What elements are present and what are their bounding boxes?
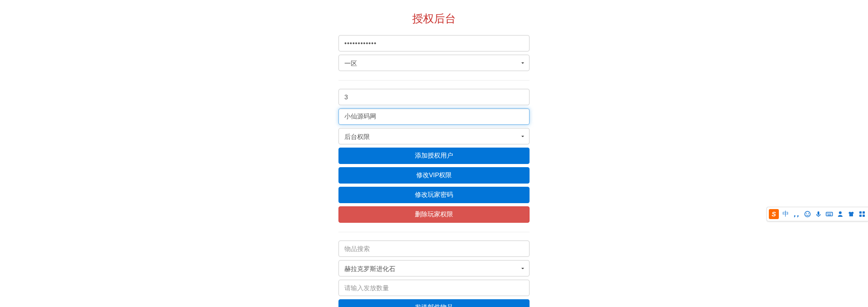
- svg-rect-6: [826, 212, 833, 216]
- password-input[interactable]: [338, 35, 530, 51]
- svg-rect-7: [827, 213, 828, 214]
- svg-rect-8: [828, 213, 829, 214]
- quantity-input[interactable]: [338, 280, 530, 296]
- mail-item-section: 赫拉克罗斯进化石 发送邮件物品: [338, 240, 530, 307]
- ime-voice-icon[interactable]: [814, 210, 823, 218]
- svg-rect-9: [829, 213, 830, 214]
- svg-point-2: [805, 211, 810, 217]
- send-mail-button[interactable]: 发送邮件物品: [338, 299, 530, 307]
- svg-rect-14: [863, 211, 865, 214]
- svg-rect-5: [818, 211, 819, 215]
- svg-rect-16: [863, 215, 865, 217]
- ime-keyboard-icon[interactable]: [825, 210, 833, 218]
- modify-password-button[interactable]: 修改玩家密码: [338, 187, 530, 203]
- ime-emoji-icon[interactable]: [803, 210, 812, 218]
- ime-user-icon[interactable]: [836, 210, 844, 218]
- svg-point-3: [806, 213, 807, 214]
- auth-section: 一区: [338, 35, 530, 71]
- divider: [338, 232, 530, 232]
- username-input[interactable]: [338, 108, 530, 125]
- ime-punctuation-icon[interactable]: [792, 210, 801, 218]
- ime-language-toggle[interactable]: 中: [782, 210, 790, 218]
- add-auth-user-button[interactable]: 添加授权用户: [338, 148, 530, 164]
- permission-select[interactable]: 后台权限: [338, 128, 530, 144]
- item-select[interactable]: 赫拉克罗斯进化石: [338, 260, 530, 276]
- modify-vip-button[interactable]: 修改VIP权限: [338, 167, 530, 184]
- svg-point-12: [839, 211, 842, 214]
- user-id-input[interactable]: [338, 89, 530, 105]
- ime-skin-icon[interactable]: [847, 210, 855, 218]
- ime-toolbox-icon[interactable]: [858, 210, 866, 218]
- divider: [338, 80, 530, 81]
- ime-logo-icon[interactable]: S: [769, 209, 779, 219]
- svg-rect-15: [859, 215, 862, 217]
- svg-rect-11: [828, 215, 831, 215]
- item-search-input[interactable]: [338, 240, 530, 257]
- delete-permission-button[interactable]: 删除玩家权限: [338, 206, 530, 223]
- ime-toolbar[interactable]: S 中: [767, 207, 868, 221]
- region-select[interactable]: 一区: [338, 55, 530, 71]
- svg-rect-13: [859, 211, 862, 214]
- svg-rect-10: [831, 213, 832, 214]
- user-manage-section: 后台权限 添加授权用户 修改VIP权限 修改玩家密码 删除玩家权限: [338, 89, 530, 223]
- svg-point-4: [808, 213, 809, 214]
- page-title: 授权后台: [338, 11, 530, 26]
